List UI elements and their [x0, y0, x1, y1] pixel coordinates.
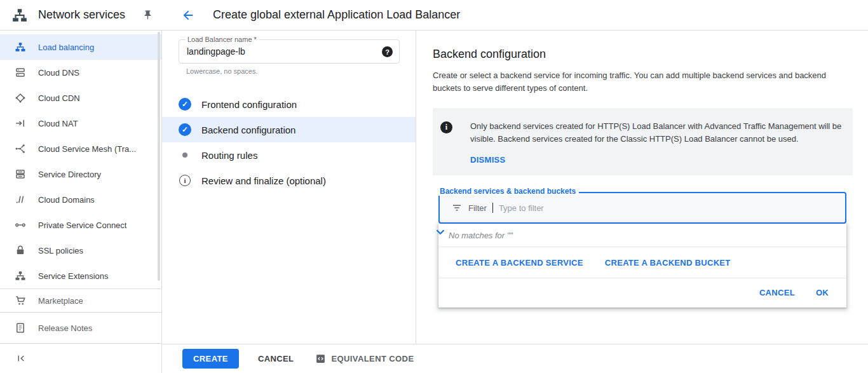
- sidebar-item-load-balancing[interactable]: Load balancing: [0, 34, 161, 60]
- text-cursor: [492, 203, 493, 213]
- ssl-policies-icon: [14, 245, 27, 256]
- lb-name-label: Load Balancer name *: [185, 36, 259, 43]
- product-header: Network services: [0, 0, 162, 30]
- config-steps: ✓ Frontend configuration ✓ Backend confi…: [162, 92, 416, 193]
- sidebar-item-cloud-cdn[interactable]: Cloud CDN: [0, 85, 161, 111]
- sidebar-item-label: Release Notes: [38, 323, 92, 333]
- filter-prefix-label: Filter: [468, 203, 487, 213]
- service-directory-icon: [14, 168, 27, 180]
- chevron-down-icon[interactable]: [433, 225, 447, 239]
- dropdown-cancel-button[interactable]: CANCEL: [759, 288, 795, 297]
- sidebar-item-label: Cloud CDN: [38, 93, 80, 103]
- panel-title: Backend configuration: [433, 48, 853, 61]
- step-label: Backend configuration: [201, 125, 295, 135]
- sidebar-item-service-directory[interactable]: Service Directory: [0, 161, 161, 187]
- equivalent-code-label: EQUIVALENT CODE: [331, 354, 414, 363]
- create-backend-bucket-button[interactable]: CREATE A BACKEND BUCKET: [605, 258, 731, 268]
- sidebar-nav: Load balancing Cloud DNS Cloud CDN Cloud…: [0, 31, 161, 288]
- sidebar-item-private-service-connect[interactable]: Private Service Connect: [0, 212, 161, 238]
- step-label: Review and finalize (optional): [201, 175, 326, 186]
- cancel-button[interactable]: CANCEL: [258, 354, 294, 363]
- lb-name-value[interactable]: landingpage-lb: [187, 46, 245, 57]
- create-backend-service-button[interactable]: CREATE A BACKEND SERVICE: [456, 258, 583, 268]
- sidebar-item-cloud-domains[interactable]: Cloud Domains: [0, 187, 161, 212]
- sidebar-item-label: SSL policies: [38, 246, 83, 255]
- lb-config-column: Load Balancer name * landingpage-lb ? Lo…: [162, 31, 416, 344]
- step-routing-rules[interactable]: Routing rules: [162, 142, 416, 168]
- sidebar-item-marketplace[interactable]: Marketplace: [0, 288, 161, 312]
- notice-text: Only backend services created for HTTP(S…: [470, 120, 843, 146]
- backend-services-filter-box[interactable]: Backend services & backend buckets Filte…: [438, 192, 846, 224]
- collapse-sidebar-icon: [15, 353, 27, 364]
- lb-name-field[interactable]: Load Balancer name * landingpage-lb ?: [179, 39, 400, 64]
- sidebar-item-cloud-dns[interactable]: Cloud DNS: [0, 60, 161, 85]
- notice-banner: i Only backend services created for HTTP…: [433, 108, 853, 175]
- sidebar-item-label: Marketplace: [38, 296, 83, 306]
- lb-name-helper-text: Lowercase, no spaces.: [186, 67, 416, 75]
- check-circle-icon: ✓: [179, 98, 191, 111]
- sidebar-item-label: Load balancing: [38, 43, 94, 52]
- cloud-cdn-icon: [14, 92, 27, 104]
- dropdown-ok-button[interactable]: OK: [816, 288, 829, 297]
- release-notes-icon: [14, 322, 27, 334]
- sidebar-item-label: Cloud Service Mesh (Tra...: [38, 144, 136, 154]
- sidebar-item-label: Service Extensions: [38, 271, 109, 281]
- sidebar-item-cloud-nat[interactable]: Cloud NAT: [0, 111, 161, 136]
- private-service-connect-icon: [14, 219, 27, 231]
- create-button[interactable]: CREATE: [182, 349, 239, 369]
- step-backend-configuration[interactable]: ✓ Backend configuration: [162, 117, 416, 142]
- dismiss-button[interactable]: DISMISS: [470, 155, 506, 165]
- cloud-nat-icon: [14, 118, 27, 129]
- check-circle-icon: ✓: [179, 123, 191, 136]
- step-frontend-configuration[interactable]: ✓ Frontend configuration: [162, 92, 416, 117]
- dropdown-create-links: CREATE A BACKEND SERVICE CREATE A BACKEN…: [438, 247, 846, 278]
- sidebar: Load balancing Cloud DNS Cloud CDN Cloud…: [0, 31, 162, 373]
- equivalent-code-button[interactable]: EQUIVALENT CODE: [315, 353, 414, 364]
- pin-icon[interactable]: [142, 10, 153, 20]
- sidebar-item-service-extensions[interactable]: Service Extensions: [0, 263, 161, 288]
- info-icon: i: [440, 121, 452, 133]
- sidebar-item-label: Cloud Domains: [38, 195, 95, 205]
- page-title: Create global external Application Load …: [213, 8, 460, 22]
- sidebar-item-ssl-policies[interactable]: SSL policies: [0, 238, 161, 263]
- marketplace-icon: [14, 295, 27, 306]
- sidebar-item-label: Cloud NAT: [38, 119, 78, 128]
- back-arrow-icon[interactable]: [181, 8, 195, 22]
- panel-description: Create or select a backend service for i…: [433, 69, 853, 95]
- step-label: Routing rules: [201, 150, 257, 161]
- sidebar-collapse-button[interactable]: [0, 343, 161, 373]
- app-title: Network services: [38, 8, 125, 22]
- sidebar-item-label: Private Service Connect: [38, 220, 126, 230]
- sidebar-scrollbar[interactable]: [158, 32, 160, 281]
- info-circle-icon: i: [179, 174, 191, 187]
- network-services-icon: [11, 7, 28, 24]
- dropdown-label: Backend services & backend buckets: [438, 187, 579, 196]
- notice-content: Only backend services created for HTTP(S…: [470, 120, 843, 165]
- sidebar-item-release-notes[interactable]: Release Notes: [0, 312, 161, 343]
- step-review-and-finalize[interactable]: i Review and finalize (optional): [162, 168, 416, 193]
- sidebar-item-label: Cloud DNS: [38, 68, 79, 78]
- cloud-domains-icon: [14, 194, 27, 205]
- step-label: Frontend configuration: [201, 99, 297, 110]
- code-icon: [315, 353, 326, 364]
- sidebar-item-label: Service Directory: [38, 170, 101, 179]
- top-header: Network services Create global external …: [0, 0, 868, 31]
- help-icon[interactable]: ?: [382, 46, 393, 57]
- filter-icon: [451, 202, 463, 214]
- pending-dot-icon: [179, 149, 191, 161]
- service-mesh-icon: [14, 143, 27, 154]
- cloud-dns-icon: [14, 67, 27, 78]
- sidebar-item-cloud-service-mesh[interactable]: Cloud Service Mesh (Tra...: [0, 136, 161, 161]
- footer-action-bar: CREATE CANCEL EQUIVALENT CODE: [162, 344, 868, 373]
- no-matches-text: No matches for "": [438, 224, 846, 247]
- backend-services-dropdown: Backend services & backend buckets Filte…: [438, 192, 846, 224]
- dropdown-actions: CANCEL OK: [438, 278, 846, 308]
- filter-input[interactable]: Type to filter: [499, 203, 544, 213]
- dropdown-menu: No matches for "" CREATE A BACKEND SERVI…: [438, 224, 846, 308]
- load-balancing-icon: [14, 41, 27, 53]
- service-extensions-icon: [14, 270, 27, 281]
- backend-configuration-panel: Backend configuration Create or select a…: [417, 31, 868, 344]
